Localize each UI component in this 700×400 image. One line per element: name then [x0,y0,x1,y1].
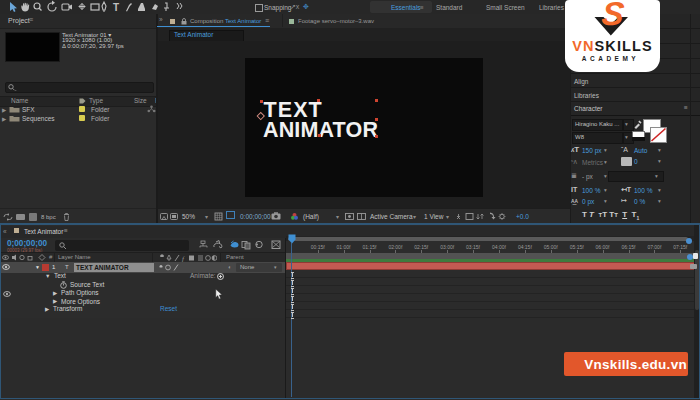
svg-text:f: f [182,254,185,262]
svg-text:T: T [113,2,119,13]
